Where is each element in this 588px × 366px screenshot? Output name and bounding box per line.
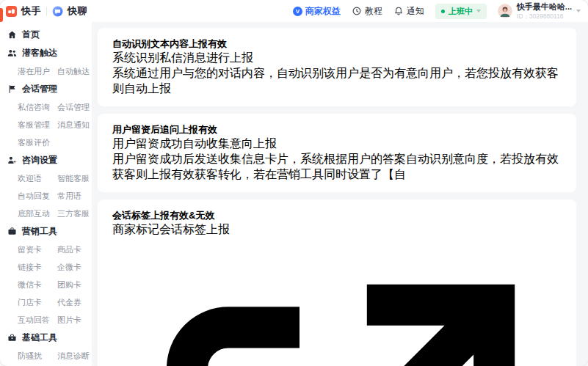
sidebar-item-store-card[interactable]: 门店卡	[18, 297, 57, 308]
avatar	[498, 4, 512, 18]
user-id: ID：3029880116	[517, 12, 572, 20]
sidebar-subrow: 留资卡 商品卡	[0, 241, 92, 258]
sidebar-group-label: 咨询设置	[22, 154, 57, 166]
sidebar-item-third-party-agent[interactable]: 三方客服	[57, 208, 90, 219]
window-edge-accent	[0, 8, 3, 22]
sidebar-item-interactive-qa[interactable]: 互动回答	[18, 315, 57, 326]
sidebar-subrow: 底部互动 三方客服	[0, 205, 92, 222]
sidebar-item-wechat-card[interactable]: 微信卡	[18, 279, 57, 290]
setting-label: 系统识别私信消息进行上报	[112, 51, 253, 64]
work-status-dropdown[interactable]: 上班中	[435, 4, 487, 19]
sidebar-item-auto-reach[interactable]: 自动触达	[57, 66, 90, 77]
kuaishou-logo: 快手	[6, 4, 41, 18]
main-content: 自动识别文本内容上报有效 系统识别私信消息进行上报 系统通过用户与您的对话内容，…	[92, 22, 588, 366]
sidebar-item-agent-mgmt[interactable]: 客服管理	[18, 120, 57, 131]
sidebar-item-voucher[interactable]: 代金券	[57, 297, 81, 308]
kuaishou-logo-text: 快手	[21, 4, 41, 18]
tutorial-button[interactable]: 教程	[352, 5, 382, 18]
card-auto-text-report: 自动识别文本内容上报有效 系统识别私信消息进行上报 系统通过用户与您的对话内容，…	[98, 28, 576, 106]
sidebar-group-label: 基础工具	[22, 332, 57, 344]
sidebar-group-label: 营销工具	[22, 225, 57, 238]
sidebar-group-label: 潜客触达	[22, 47, 57, 59]
sidebar-nav: 首页 潜客触达 潜在用户 自动触达 会话管理 私信咨询 会话管理 客服管理 消息…	[0, 22, 92, 366]
sidebar-item-common-phrases[interactable]: 常用语	[57, 191, 81, 202]
sidebar-item-product-card[interactable]: 商品卡	[57, 244, 81, 255]
setting-description: 系统通过用户与您的对话内容，自动识别该用户是否为有意向用户，若您投放有效获客则自…	[112, 66, 562, 97]
flag-icon	[7, 84, 17, 94]
sidebar-item-home[interactable]: 首页	[0, 26, 92, 44]
notification-label: 通知	[407, 5, 424, 18]
users-icon	[7, 48, 17, 58]
setting-merchant-tag-report: 商家标记会话标签上报 了解详情 快聊、第三方客服回传的【有意向】、【交定金】及【…	[112, 222, 562, 366]
v-badge-icon: V	[293, 7, 302, 16]
top-header: 快手 快聊 V 商家权益 教程 通知 上	[0, 0, 588, 22]
home-icon	[7, 30, 17, 40]
bell-icon	[393, 6, 404, 16]
merchant-benefits-label: 商家权益	[305, 5, 341, 18]
sidebar-subrow: 互动回答 图片卡	[0, 311, 92, 329]
card-session-tag-report: 会话标签上报有效&无效 商家标记会话标签上报 了解详情 快聊、第三方客服回传的【…	[98, 200, 576, 366]
chevron-down-icon	[476, 10, 481, 12]
sidebar-item-bottom-interact[interactable]: 底部互动	[18, 208, 57, 219]
sidebar-item-lead-card[interactable]: 留资卡	[18, 244, 57, 255]
setting-label: 用户留资成功自动收集意向上报	[112, 137, 277, 150]
kuailiao-logo-text: 快聊	[68, 4, 87, 18]
chevron-down-icon	[576, 10, 581, 12]
notification-button[interactable]: 通知	[393, 5, 424, 18]
sidebar-item-anti-harass[interactable]: 防骚扰	[18, 351, 57, 362]
card-title: 自动识别文本内容上报有效	[112, 37, 562, 51]
sidebar-group-basic-tools[interactable]: 基础工具	[0, 329, 92, 347]
card-title: 会话标签上报有效&无效	[112, 209, 562, 222]
sidebar-group-consult-settings[interactable]: 咨询设置	[0, 151, 92, 169]
toolbox-icon	[7, 333, 17, 343]
kuaishou-logo-icon	[6, 6, 17, 17]
sidebar-item-image-card[interactable]: 图片卡	[57, 315, 81, 326]
sidebar-item-auto-reply[interactable]: 自动回复	[18, 191, 57, 202]
sidebar-subrow: 链接卡 企微卡	[0, 258, 92, 276]
kuailiao-logo: 快聊	[52, 4, 87, 18]
sidebar-group-leads[interactable]: 潜客触达	[0, 44, 92, 62]
sidebar-item-session-mgmt[interactable]: 会话管理	[57, 102, 90, 113]
card-lead-followup-report: 用户留资后追问上报有效 用户留资成功自动收集意向上报 用户留资成功后发送收集信息…	[98, 114, 576, 192]
setting-description: 用户留资成功后发送收集信息卡片，系统根据用户的答案自动识别意向度，若投放有效获客…	[112, 152, 562, 183]
sidebar-subrow: 私信咨询 会话管理	[0, 98, 92, 116]
sidebar-subrow: 客服评价	[0, 133, 92, 151]
merchant-benefits-button[interactable]: V 商家权益	[293, 5, 341, 18]
sidebar-item-groupbuy-card[interactable]: 团购卡	[57, 279, 81, 290]
sidebar-item-link-card[interactable]: 链接卡	[18, 262, 57, 273]
setting-auto-dm-report: 系统识别私信消息进行上报 系统通过用户与您的对话内容，自动识别该用户是否为有意向…	[112, 51, 562, 97]
user-meta: 快手最牛哈哈... ID：3029880116	[517, 2, 572, 19]
user-menu[interactable]: 快手最牛哈哈... ID：3029880116	[498, 2, 581, 19]
logo-divider	[46, 7, 47, 16]
user-name: 快手最牛哈哈...	[517, 2, 572, 12]
sidebar-subrow: 门店卡 代金券	[0, 293, 92, 311]
sidebar-item-msg-notify[interactable]: 消息通知	[57, 120, 90, 131]
sidebar-group-sessions[interactable]: 会话管理	[0, 80, 92, 98]
sidebar-item-welcome-msg[interactable]: 欢迎语	[18, 173, 57, 184]
sidebar-group-marketing-tools[interactable]: 营销工具	[0, 222, 92, 241]
sidebar-subrow: 潜在用户 自动触达	[0, 62, 92, 80]
work-status-label: 上班中	[449, 6, 473, 17]
sidebar-group-label: 会话管理	[22, 83, 57, 95]
user-gear-icon	[7, 155, 17, 165]
sidebar-subrow: 客服管理 消息通知	[0, 116, 92, 133]
sidebar-item-potential-users[interactable]: 潜在用户	[18, 66, 57, 77]
card-title: 用户留资后追问上报有效	[112, 123, 562, 136]
sidebar-subrow: 微信卡 团购卡	[0, 276, 92, 293]
sidebar-subrow: 欢迎语 智能客服	[0, 169, 92, 187]
header-actions: V 商家权益 教程 通知 上班中	[293, 2, 581, 19]
sidebar-item-smart-agent[interactable]: 智能客服	[57, 173, 90, 184]
app-window: 快手 快聊 V 商家权益 教程 通知 上	[0, 0, 588, 366]
sidebar-subrow: 防骚扰 消息诊断	[0, 347, 92, 365]
setting-label: 商家标记会话标签上报	[112, 223, 230, 235]
sidebar-item-wecom-card[interactable]: 企微卡	[57, 262, 81, 273]
clock-icon	[352, 6, 362, 16]
online-dot-icon	[441, 10, 445, 13]
external-link-icon	[112, 238, 562, 366]
tutorial-label: 教程	[365, 5, 382, 18]
sidebar-item-agent-rating[interactable]: 客服评价	[18, 137, 57, 148]
sidebar-item-label: 首页	[22, 29, 40, 41]
sidebar-item-msg-diagnosis[interactable]: 消息诊断	[57, 351, 90, 362]
briefcase-icon	[7, 227, 17, 236]
sidebar-item-dm-consult[interactable]: 私信咨询	[18, 102, 57, 113]
